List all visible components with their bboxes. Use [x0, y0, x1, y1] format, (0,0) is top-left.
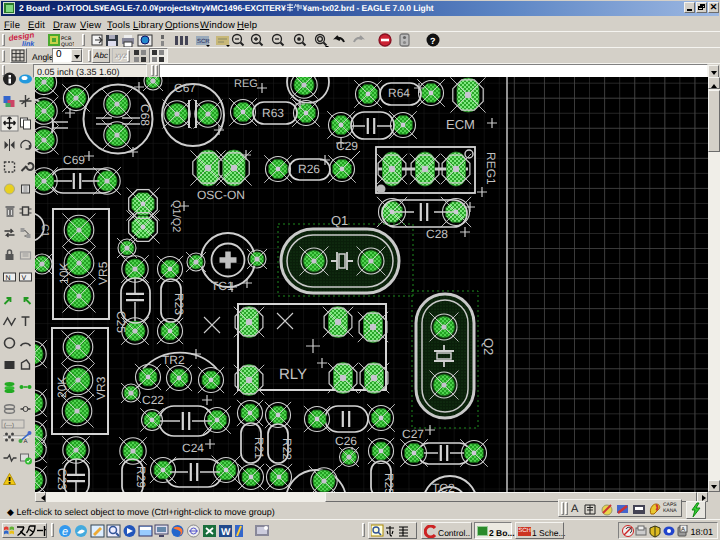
svg-text:W: W	[221, 527, 231, 538]
svg-text:A: A	[681, 526, 685, 533]
svg-text:N: N	[6, 275, 11, 282]
svg-text:e: e	[62, 526, 68, 538]
svg-text:R64: R64	[388, 86, 410, 100]
svg-text:10K: 10K	[57, 263, 71, 284]
svg-text:RLY: RLY	[279, 366, 307, 383]
svg-text:VR3: VR3	[94, 376, 108, 400]
svg-text:R22: R22	[280, 438, 294, 460]
svg-text:R29: R29	[134, 466, 148, 488]
svg-text:ECM: ECM	[446, 117, 475, 132]
svg-text:C28: C28	[426, 227, 448, 241]
svg-text:R21: R21	[252, 437, 266, 459]
svg-text:R26: R26	[298, 162, 320, 176]
svg-text:REG1: REG1	[484, 152, 498, 185]
svg-text:VR5: VR5	[96, 261, 110, 285]
svg-text:C23: C23	[55, 468, 69, 490]
svg-text:TC2: TC2	[432, 481, 455, 492]
svg-text:OSC-ON: OSC-ON	[197, 188, 245, 202]
svg-text:Q1: Q1	[331, 213, 348, 228]
svg-text:Q2: Q2	[481, 338, 496, 355]
svg-text:link: link	[22, 40, 35, 47]
svg-text:(---): (---)	[4, 422, 14, 429]
svg-text:SCR: SCR	[197, 38, 210, 45]
svg-text:C24: C24	[182, 441, 204, 455]
svg-text:TC1: TC1	[211, 279, 234, 293]
svg-text:R23: R23	[172, 293, 186, 315]
svg-text:TR2: TR2	[162, 353, 185, 367]
svg-text:C67: C67	[174, 81, 196, 95]
svg-text:C27: C27	[402, 427, 424, 441]
svg-text:C25: C25	[114, 311, 128, 333]
svg-text:C26: C26	[335, 434, 357, 448]
svg-text:R25: R25	[382, 473, 396, 492]
svg-text:Q1/Q2: Q1/Q2	[170, 200, 182, 232]
svg-text:C68: C68	[138, 104, 152, 126]
svg-text:C22: C22	[142, 393, 164, 407]
svg-text:R63: R63	[262, 106, 284, 120]
svg-text:REG: REG	[234, 78, 258, 90]
svg-text:?: ?	[430, 36, 436, 46]
svg-text:V: V	[22, 275, 27, 282]
svg-text:A: A	[24, 438, 28, 445]
svg-text:C69: C69	[63, 153, 85, 167]
svg-text:20K: 20K	[55, 377, 69, 398]
svg-text:C1: C1	[39, 224, 50, 237]
svg-text:C29: C29	[336, 139, 358, 153]
